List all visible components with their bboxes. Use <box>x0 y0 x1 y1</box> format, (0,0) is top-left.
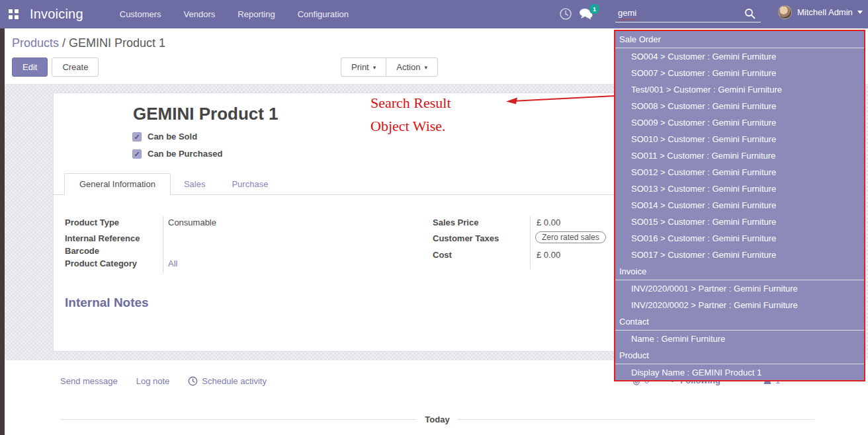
cost-value: £ 0.00 <box>537 250 560 260</box>
sales-price-label: Sales Price <box>433 218 478 227</box>
log-note-link[interactable]: Log note <box>136 376 170 386</box>
chevron-down-icon: ▾ <box>373 64 376 71</box>
activities-clock-icon[interactable] <box>559 7 572 23</box>
app-title: Invoicing <box>30 7 83 22</box>
dropdown-result-item[interactable]: SO013 > Customer : Gemini Furniture <box>615 180 864 197</box>
menu-configuration[interactable]: Configuration <box>298 9 349 19</box>
menu-reporting[interactable]: Reporting <box>238 9 275 19</box>
chevron-down-icon: ▾ <box>424 64 427 71</box>
today-divider: Today <box>60 415 814 424</box>
breadcrumb: Products / GEMINI Product 1 <box>12 36 165 50</box>
apps-menu-icon[interactable] <box>9 9 19 19</box>
can-be-purchased-row: ✓ Can be Purchased <box>132 149 222 159</box>
dropdown-result-item[interactable]: SO008 > Customer : Gemini Furniture <box>615 98 864 114</box>
schedule-activity-link[interactable]: Schedule activity <box>188 376 267 386</box>
tab-purchase[interactable]: Purchase <box>218 174 281 194</box>
menu-customers[interactable]: Customers <box>120 9 161 19</box>
breadcrumb-products-link[interactable]: Products <box>12 36 59 50</box>
sales-price-value: £ 0.00 <box>537 218 560 227</box>
dropdown-section-header: Contact <box>615 313 864 331</box>
customer-taxes-label: Customer Taxes <box>433 233 499 243</box>
print-action-group: Print▾ Action▾ <box>341 58 438 77</box>
chatter-actions: Send message Log note Schedule activity <box>60 376 267 386</box>
internal-notes-heading: Internal Notes <box>65 296 149 310</box>
dropdown-result-item[interactable]: Test/001 > Customer : Gemini Furniture <box>615 81 864 98</box>
field-separator-right <box>530 216 531 269</box>
dropdown-result-item[interactable]: SO017 > Customer : Gemini Furniture <box>615 247 864 263</box>
screen: Invoicing Customers Vendors Reporting Co… <box>0 0 868 435</box>
dropdown-result-item[interactable]: INV/2020/0002 > Partner : Gemini Furnitu… <box>615 297 864 313</box>
annotation-text: Search Result Object Wise. <box>370 91 451 138</box>
tab-general-information[interactable]: General Information <box>64 173 171 195</box>
can-be-purchased-checkbox[interactable]: ✓ <box>132 149 142 159</box>
user-menu[interactable]: Mitchell Admin <box>778 5 863 19</box>
breadcrumb-current: GEMINI Product 1 <box>69 36 165 50</box>
user-name: Mitchell Admin <box>797 7 853 17</box>
window-edge-strip <box>0 28 5 435</box>
record-buttons: Edit Create <box>12 58 99 77</box>
global-search-input[interactable]: gemi <box>615 5 761 22</box>
barcode-label: Barcode <box>65 246 99 256</box>
product-category-label: Product Category <box>65 258 137 268</box>
dropdown-result-item[interactable]: INV/2020/0001 > Partner : Gemini Furnitu… <box>615 280 864 297</box>
today-label: Today <box>417 415 457 424</box>
dropdown-result-item[interactable]: SO012 > Customer : Gemini Furniture <box>615 164 864 180</box>
can-be-sold-label: Can be Sold <box>148 132 197 141</box>
internal-reference-label: Internal Reference <box>65 233 140 243</box>
can-be-purchased-label: Can be Purchased <box>148 149 222 159</box>
search-dropdown: Sale OrderSO004 > Customer : Gemini Furn… <box>614 30 865 381</box>
product-category-value-link[interactable]: All <box>168 258 177 268</box>
product-type-label: Product Type <box>65 218 119 227</box>
cost-label: Cost <box>433 250 452 260</box>
product-type-value: Consumable <box>168 218 216 227</box>
dropdown-section-header: Invoice <box>615 263 864 280</box>
annotation-arrow <box>503 90 619 108</box>
dropdown-result-item[interactable]: SO014 > Customer : Gemini Furniture <box>615 197 864 214</box>
dropdown-result-item[interactable]: SO007 > Customer : Gemini Furniture <box>615 65 864 81</box>
product-title: GEMINI Product 1 <box>133 104 279 124</box>
customer-taxes-tag: Zero rated sales <box>535 231 606 243</box>
dropdown-result-item[interactable]: SO016 > Customer : Gemini Furniture <box>615 230 864 247</box>
main-menu: Customers Vendors Reporting Configuratio… <box>120 9 349 19</box>
dropdown-result-item[interactable]: SO015 > Customer : Gemini Furniture <box>615 214 864 230</box>
dropdown-result-item[interactable]: SO004 > Customer : Gemini Furniture <box>615 48 864 65</box>
create-button[interactable]: Create <box>52 58 99 77</box>
send-message-link[interactable]: Send message <box>60 376 118 386</box>
field-separator-left <box>163 216 163 273</box>
dropdown-result-item[interactable]: SO010 > Customer : Gemini Furniture <box>615 131 864 147</box>
dropdown-result-item[interactable]: Display Name : GEMINI Product 1 <box>615 364 864 381</box>
search-icon[interactable] <box>744 8 756 22</box>
dropdown-section-header: Sale Order <box>615 31 864 48</box>
search-query-text: gemi <box>618 8 636 18</box>
edit-button[interactable]: Edit <box>12 58 48 77</box>
dropdown-result-item[interactable]: Name : Gemini Furniture <box>615 331 864 347</box>
action-dropdown-button[interactable]: Action▾ <box>386 58 438 77</box>
breadcrumb-separator: / <box>59 36 69 50</box>
tab-sales[interactable]: Sales <box>171 174 219 194</box>
top-navbar: Invoicing Customers Vendors Reporting Co… <box>0 0 868 28</box>
user-avatar <box>778 5 792 19</box>
messages-badge: 1 <box>589 4 599 14</box>
print-dropdown-button[interactable]: Print▾ <box>341 58 386 77</box>
can-be-sold-checkbox[interactable]: ✓ <box>132 132 142 141</box>
dropdown-result-item[interactable]: SO009 > Customer : Gemini Furniture <box>615 114 864 131</box>
can-be-sold-row: ✓ Can be Sold <box>132 132 197 141</box>
dropdown-result-item[interactable]: SO011 > Customer : Gemini Furniture <box>615 147 864 164</box>
clock-icon <box>188 376 198 386</box>
dropdown-section-header: Product <box>615 347 864 364</box>
menu-vendors[interactable]: Vendors <box>184 9 216 19</box>
chevron-down-icon <box>857 11 863 14</box>
